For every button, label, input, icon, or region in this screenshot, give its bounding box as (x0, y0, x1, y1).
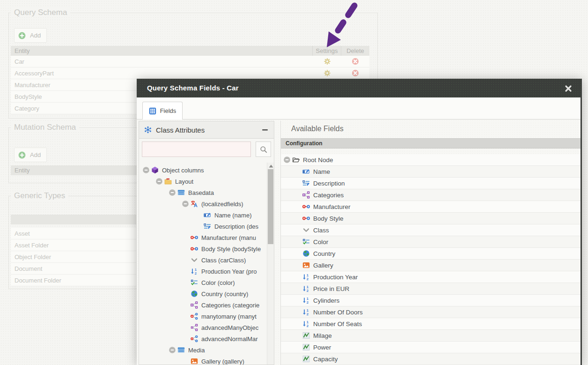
tree-item-label: Manufacturer (313, 203, 351, 210)
tree-item-label: Body Style (bodyStyle (201, 246, 261, 253)
query-schema-add-button: Add (14, 28, 47, 43)
tree-item-basedata[interactable]: Basedata (139, 187, 274, 198)
tree-item-number-of-seats[interactable]: 12Number Of Seats (281, 318, 581, 330)
tree-item-price-in-eur[interactable]: 12Price in EUR (281, 283, 581, 295)
tree-item-label: manytomany (manyt (201, 313, 257, 320)
delete-cell (341, 69, 369, 77)
tree-item-color-color[interactable]: Color (color) (139, 277, 274, 288)
tree-item-layout[interactable]: Layout (139, 176, 274, 187)
attribute-search-input[interactable] (142, 142, 251, 157)
tree-item-power[interactable]: Power (281, 342, 581, 353)
tree-item-localizedfields[interactable]: (localizedfields) (139, 198, 274, 209)
collapse-icon[interactable] (167, 189, 177, 196)
configuration-column-header: Configuration (281, 138, 581, 149)
dialog-header[interactable]: Query Schema Fields - Car (137, 79, 581, 97)
tab-fields-label: Fields (160, 107, 176, 114)
collapse-icon[interactable] (180, 200, 191, 208)
tree-item-cylinders[interactable]: 12Cylinders (281, 295, 581, 306)
entity-cell: AccessoryPart (11, 70, 313, 77)
country-icon (302, 250, 310, 257)
relation-many-object-icon (191, 301, 198, 309)
tree-item-manufacturer-manu[interactable]: Manufacturer (manu (139, 232, 274, 243)
tree-item-gallery-gallery[interactable]: Gallery (gallery) (139, 356, 274, 365)
collapse-icon[interactable] (167, 346, 177, 354)
tree-item-name-name[interactable]: Name (name) (139, 209, 274, 221)
tree-item-root-node[interactable]: Root Node (281, 154, 581, 166)
tree-item-manufacturer[interactable]: Manufacturer (281, 201, 581, 213)
settings-cell (313, 69, 341, 77)
tree-item-categories-categorie[interactable]: Categories (categorie (139, 299, 274, 311)
collapse-icon[interactable] (154, 178, 164, 185)
scrollbar-thumb[interactable] (268, 169, 273, 244)
entity-cell: Car (11, 58, 313, 65)
tree-item-categories[interactable]: Categories (281, 189, 581, 201)
expander-spacer (180, 324, 191, 331)
generic-type-row-asset-folder: Asset Folder (11, 239, 136, 251)
multiselect-icon (302, 238, 310, 246)
expander-spacer (292, 168, 302, 175)
tree-item-label: Categories (categorie (201, 302, 259, 309)
tree-item-class[interactable]: Class (281, 224, 581, 236)
tree-item-description[interactable]: Description (281, 178, 581, 189)
tree-item-object-columns[interactable]: Object columns (139, 164, 274, 176)
tree-item-body-style[interactable]: Body Style (281, 213, 581, 224)
tree-scrollbar[interactable] (267, 163, 274, 365)
tree-item-class-carclass[interactable]: Class (carClass) (139, 254, 274, 266)
tree-item-number-of-doors[interactable]: 12Number Of Doors (281, 306, 581, 318)
expander-spacer (292, 343, 302, 351)
tree-item-label: Class (313, 227, 329, 234)
entity-column-header: Entity (11, 47, 312, 54)
tree-item-label: Production Year (pro (201, 268, 257, 275)
tree-item-capacity[interactable]: Capacity (281, 353, 581, 365)
settings-cell (313, 58, 341, 65)
tree-item-label: Production Year (313, 274, 358, 281)
class-attributes-header: Class Attributes (139, 121, 274, 139)
tree-item-gallery[interactable]: Gallery (281, 260, 581, 271)
add-button-label: Add (30, 151, 41, 158)
tree-item-production-year-pro[interactable]: 12Production Year (pro (139, 266, 274, 277)
tree-item-manytomany-manyt[interactable]: manytomany (manyt (139, 311, 274, 322)
collapse-icon[interactable] (141, 166, 151, 174)
tree-item-production-year[interactable]: 12Production Year (281, 271, 581, 283)
quantity-icon (302, 332, 310, 339)
tree-item-milage[interactable]: Milage (281, 330, 581, 342)
tree-item-country[interactable]: Country (281, 248, 581, 260)
tree-item-advancednormalmar[interactable]: advancedNormalMar (139, 333, 274, 344)
collapse-panel-icon[interactable] (261, 126, 269, 134)
tree-item-description-des[interactable]: Description (des (139, 221, 274, 232)
available-fields-panel: Available Fields Configuration Root Node… (280, 121, 581, 365)
multiselect-icon (191, 279, 198, 286)
tree-item-label: Price in EUR (313, 285, 349, 292)
close-icon[interactable] (565, 85, 572, 92)
quantity-icon (302, 343, 310, 351)
class-attributes-panel: Class Attributes Object columnsLayoutBas… (139, 121, 274, 365)
expander-spacer (292, 226, 302, 234)
tree-item-label: Media (188, 347, 205, 354)
tree-item-label: (localizedfields) (201, 201, 243, 208)
tab-fields[interactable]: Fields (142, 102, 183, 119)
tree-item-advancedmanyobjec[interactable]: advancedManyObjec (139, 322, 274, 333)
search-button[interactable] (256, 142, 271, 157)
available-fields-title: Available Fields (291, 125, 344, 133)
tree-item-label: Manufacturer (manu (201, 234, 256, 241)
generic-type-row-document: Document (11, 263, 136, 275)
tree-item-color[interactable]: Color (281, 236, 581, 248)
scroll-up-icon[interactable] (267, 163, 274, 170)
expander-spacer (292, 355, 302, 363)
expander-spacer (292, 250, 302, 257)
collapse-icon[interactable] (282, 156, 292, 164)
country-icon (191, 290, 198, 298)
tree-item-label: Number Of Doors (313, 309, 363, 316)
select-icon (191, 256, 198, 264)
tree-item-media[interactable]: Media (139, 344, 274, 356)
pointer-arrow (318, 2, 360, 54)
add-plus-icon (18, 32, 26, 39)
tree-item-body-style-bodystyle[interactable]: Body Style (bodyStyle (139, 243, 274, 254)
tree-item-label: Milage (313, 332, 332, 339)
tree-item-label: Gallery (313, 262, 333, 269)
tree-item-country-country[interactable]: Country (country) (139, 288, 274, 299)
add-plus-icon (18, 151, 26, 159)
tree-item-name[interactable]: Name (281, 166, 581, 178)
select-icon (302, 226, 310, 234)
tree-item-label: Layout (175, 178, 193, 185)
